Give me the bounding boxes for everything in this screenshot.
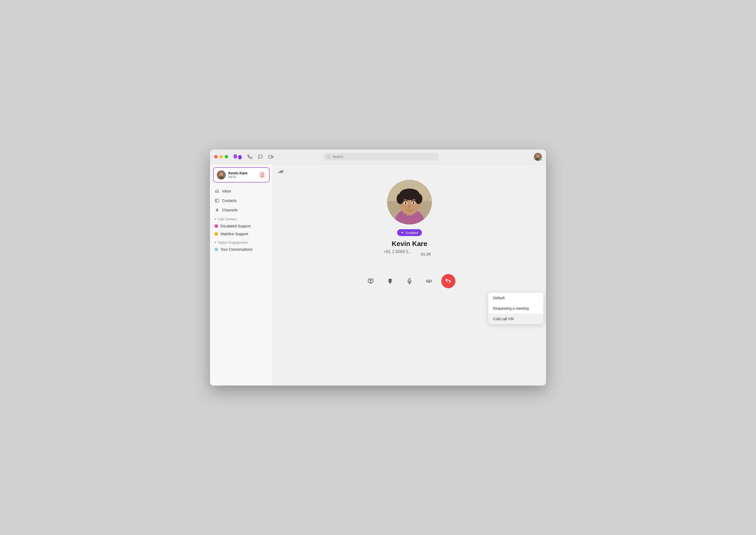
- svg-point-42: [391, 280, 391, 281]
- dial-pad-button[interactable]: [383, 274, 397, 288]
- traffic-lights: [214, 155, 228, 158]
- svg-point-4: [536, 155, 539, 157]
- channels-label: Channels: [222, 208, 238, 212]
- contact-area: ✦ Enabled Kevin Kare +61 2 8069 5... 01:…: [384, 180, 436, 258]
- inbox-icon: [215, 189, 220, 194]
- signal-bar-1: [278, 172, 279, 173]
- mute-button[interactable]: [403, 274, 417, 288]
- app-logo: [233, 154, 242, 159]
- action-buttons: [364, 274, 455, 288]
- call-end-button[interactable]: [258, 171, 266, 179]
- svg-point-37: [389, 279, 390, 280]
- dropdown-item-requesting-meeting[interactable]: Requesting a meeting: [488, 303, 543, 314]
- mainline-support-label: Mainline Support: [221, 232, 248, 236]
- sidebar-item-your-conversations[interactable]: Your Conversations: [210, 245, 273, 253]
- svg-point-27: [397, 194, 404, 204]
- escalated-support-dot: [215, 224, 218, 228]
- screen-share-button[interactable]: [364, 274, 378, 288]
- contact-name: Kevin Kare: [392, 240, 427, 248]
- search-input[interactable]: [333, 155, 435, 159]
- search-bar[interactable]: [323, 153, 438, 161]
- escalated-support-label: Escalated Support: [221, 224, 251, 228]
- contact-photo: [387, 180, 432, 224]
- sidebar-item-mainline-support[interactable]: Mainline Support: [210, 230, 273, 238]
- your-conversations-dot: [215, 248, 218, 251]
- call-time: 06:01: [228, 175, 256, 179]
- ai-badge-label: Enabled: [406, 231, 418, 235]
- call-avatar: [217, 170, 226, 180]
- titlebar-icons: [247, 154, 274, 160]
- main-panel: ✦ Enabled Kevin Kare +61 2 8069 5... 01:…: [273, 164, 546, 385]
- close-button[interactable]: [214, 155, 218, 158]
- inbox-label: Inbox: [222, 189, 231, 193]
- hash-icon: [215, 208, 220, 212]
- sidebar-item-contacts[interactable]: Contacts: [212, 196, 271, 205]
- svg-point-28: [415, 194, 422, 204]
- phone-timer-row: +61 2 8069 5... 01:28: [384, 249, 436, 258]
- voicemail-dropdown: Default Requesting a meeting Cold call V…: [488, 293, 543, 324]
- svg-point-50: [430, 280, 432, 282]
- svg-point-32: [413, 202, 414, 204]
- mainline-support-dot: [215, 232, 218, 236]
- svg-point-31: [405, 202, 407, 204]
- main-content: Kevin Kare 06:01: [210, 164, 546, 385]
- svg-point-2: [327, 155, 329, 157]
- online-status-dot: [539, 158, 542, 161]
- ai-icon: ✦: [401, 231, 404, 235]
- video-icon[interactable]: [268, 154, 274, 160]
- svg-point-43: [389, 281, 390, 282]
- phone-icon[interactable]: [247, 154, 253, 160]
- ai-badge: ✦ Enabled: [397, 229, 422, 236]
- call-name: Kevin Kare: [228, 171, 256, 175]
- digital-engagement-header: ▾ Digital Engagement: [210, 238, 273, 245]
- your-conversations-label: Your Conversations: [221, 247, 253, 251]
- call-timer: 01:28: [416, 250, 436, 258]
- call-centers-chevron[interactable]: ▾: [215, 217, 216, 221]
- dropdown-item-cold-call-vm[interactable]: Cold call VM: [488, 314, 543, 324]
- digital-engagement-chevron[interactable]: ▾: [215, 241, 216, 244]
- svg-line-17: [216, 209, 217, 211]
- chat-icon[interactable]: [257, 154, 263, 160]
- svg-marker-0: [272, 156, 273, 158]
- active-call-card[interactable]: Kevin Kare 06:01: [213, 167, 270, 183]
- search-icon: [327, 155, 330, 159]
- signal-bar-2: [280, 171, 281, 173]
- contact-phone: +61 2 8069 5...: [384, 249, 412, 254]
- maximize-button[interactable]: [225, 155, 228, 158]
- svg-point-7: [220, 172, 223, 176]
- call-info: Kevin Kare 06:01: [228, 171, 256, 179]
- svg-point-44: [390, 281, 391, 282]
- svg-point-39: [391, 279, 391, 280]
- signal-bar-3: [282, 170, 283, 173]
- sidebar-item-escalated-support[interactable]: Escalated Support: [210, 222, 273, 230]
- voicemail-button[interactable]: [422, 274, 436, 288]
- contacts-icon: [215, 198, 220, 203]
- svg-line-18: [217, 209, 218, 211]
- svg-rect-1: [269, 155, 272, 158]
- minimize-button[interactable]: [220, 155, 223, 158]
- svg-point-46: [390, 283, 391, 284]
- svg-point-49: [426, 280, 428, 282]
- svg-point-38: [390, 279, 391, 280]
- svg-point-40: [389, 280, 390, 281]
- sidebar-item-inbox[interactable]: Inbox: [212, 187, 271, 196]
- contacts-label: Contacts: [222, 199, 236, 203]
- dropdown-item-default[interactable]: Default: [488, 293, 543, 303]
- svg-point-45: [391, 281, 391, 282]
- signal-indicator: [278, 169, 284, 173]
- svg-point-41: [390, 280, 391, 281]
- titlebar: [210, 150, 546, 164]
- signal-bar-4: [283, 169, 284, 173]
- sidebar-item-channels[interactable]: Channels: [212, 206, 271, 214]
- sidebar: Kevin Kare 06:01: [210, 164, 273, 385]
- sidebar-nav: Inbox Contacts: [210, 187, 273, 214]
- user-avatar-container: [534, 153, 542, 161]
- call-centers-header: ▾ Call Centers: [210, 214, 273, 222]
- app-window: Kevin Kare 06:01: [210, 150, 546, 385]
- end-call-button[interactable]: [441, 274, 455, 288]
